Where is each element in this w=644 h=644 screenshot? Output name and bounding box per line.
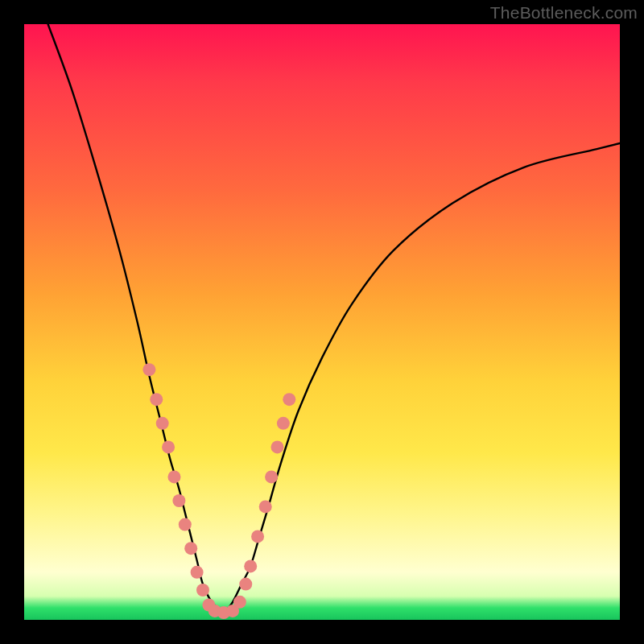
curve-left-lobe: [48, 24, 224, 614]
marker-dot: [244, 559, 257, 572]
outer-frame: TheBottleneck.com: [0, 0, 644, 644]
chart-svg: [24, 24, 620, 620]
marker-dot: [259, 500, 272, 513]
watermark-text: TheBottleneck.com: [490, 3, 638, 23]
plot-area: [24, 24, 620, 620]
marker-dot: [167, 470, 180, 483]
marker-dot: [172, 494, 185, 507]
curve-layer: [48, 24, 620, 614]
marker-dot: [283, 393, 295, 406]
marker-dot: [156, 417, 169, 430]
marker-dot: [251, 530, 264, 543]
marker-dot: [265, 470, 278, 483]
curve-right-lobe: [224, 143, 620, 614]
marker-dot: [277, 417, 290, 430]
marker-dot: [233, 596, 246, 609]
marker-dot: [196, 584, 209, 597]
marker-dot: [162, 440, 175, 453]
marker-dot: [184, 542, 197, 555]
marker-dot: [142, 363, 155, 376]
marker-dot: [239, 578, 252, 591]
marker-dot: [191, 566, 204, 579]
marker-dot: [271, 440, 284, 453]
marker-dot: [150, 393, 163, 406]
marker-dot: [179, 518, 192, 531]
